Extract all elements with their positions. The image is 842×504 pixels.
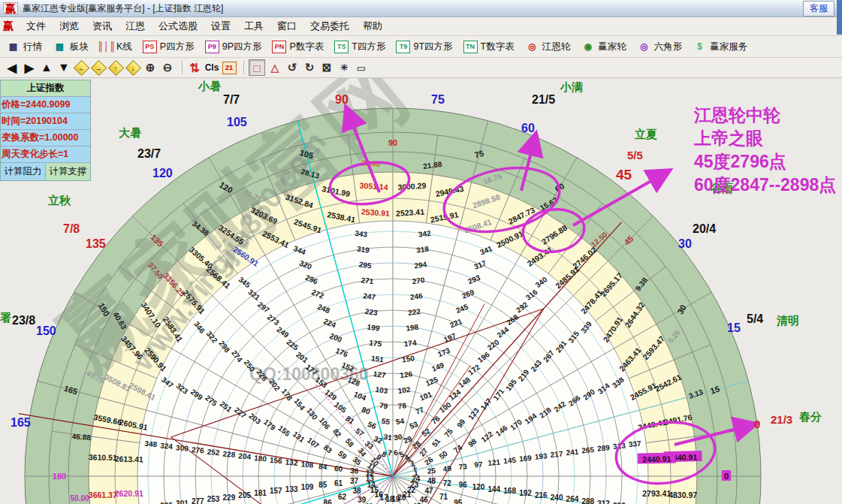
svg-text:253: 253 [207,495,220,503]
svg-text:31: 31 [383,433,393,442]
svg-text:3000.29: 3000.29 [397,181,427,192]
svg-text:71: 71 [439,493,448,501]
rect-tool-icon[interactable]: □ [249,59,265,76]
wheel-outer-label: 7/8 [63,222,80,236]
zoom-out-icon[interactable]: ⊖ [160,60,175,75]
menu-item-8[interactable]: 交易委托 [303,18,356,35]
arrow-down-icon[interactable]: ▼ [56,60,71,75]
menu-item-1[interactable]: 浏览 [53,18,86,35]
svg-text:108: 108 [300,460,314,469]
menu-item-2[interactable]: 资讯 [86,18,119,35]
menu-item-3[interactable]: 江恩 [119,18,152,35]
menu-item-4[interactable]: 公式选股 [152,18,204,35]
wheel-outer-label: 135 [86,237,106,251]
wheel-outer-label: 150 [36,324,56,338]
ps-badge: PS [143,41,157,53]
calendar-icon[interactable]: 21 [222,60,237,75]
arrow-left-icon[interactable]: ◀ [5,60,20,75]
svg-text:25: 25 [427,466,436,475]
svg-text:2613.41: 2613.41 [115,454,143,464]
svg-text:62: 62 [338,493,347,501]
toolbar-item-六角形[interactable]: ◎六角形 [634,39,686,55]
menu-item-6[interactable]: 工具 [237,18,270,35]
diamond-left-icon[interactable]: ← [74,60,89,75]
svg-text:198: 198 [406,323,419,333]
arrow-right-icon[interactable]: ▶ [22,60,37,75]
screen-icon[interactable]: ▭ [354,60,369,75]
diamond-up-icon[interactable]: ↑ [108,60,123,75]
toolbar-item-P四方形[interactable]: PSP四方形 [140,39,198,55]
toolbar-item-T数字表[interactable]: TNT数字表 [460,39,518,55]
svg-text:24: 24 [412,475,421,483]
support-button[interactable]: 客服 [803,1,834,17]
toolbar-item-P数字表[interactable]: PNP数字表 [269,39,327,55]
degree-ring-label: 0 [722,470,731,481]
svg-text:72: 72 [443,479,452,487]
svg-text:270: 270 [412,276,425,285]
svg-text:289: 289 [597,443,611,452]
wheel-outer-label: 21/5 [532,93,555,107]
svg-text:38: 38 [352,487,361,495]
diamond-right-icon: → [90,59,106,75]
hexagon-icon: ◎ [637,41,651,53]
svg-text:342: 342 [418,229,431,239]
svg-text:49: 49 [442,464,452,473]
value-ring-label: 50.00 [71,494,89,502]
crosshair-icon[interactable]: ✳ [336,60,352,75]
svg-text:252: 252 [207,448,220,457]
menu-item-9[interactable]: 帮助 [356,18,389,35]
cls-button[interactable]: Cls [204,60,219,75]
toolbar-item-9T四方形[interactable]: T99T四方形 [393,39,455,55]
toolbar-item-行情[interactable]: ▦行情 [3,39,45,55]
arrow-up-icon[interactable]: ▲ [39,60,54,75]
svg-text:181: 181 [254,489,267,497]
menu-logo-icon: 赢 [3,20,14,33]
toolbar-item-T四方形[interactable]: TST四方形 [331,39,388,55]
svg-text:300: 300 [176,443,189,452]
svg-text:180: 180 [254,454,267,463]
updown-icon[interactable]: ⇅ [187,60,202,75]
toolbar-item-K线[interactable]: ║│║K线 [96,39,135,55]
svg-text:318: 318 [416,245,430,255]
toolbar-item-label: 赢家服务 [710,41,747,53]
svg-text:102: 102 [397,385,411,395]
toolbar-item-赢家轮[interactable]: ◉赢家轮 [578,39,629,55]
wheel-outer-label: 署 [0,311,11,325]
gann-wheel-view: 赢家财富网www.yingjia360.comQQ:10080036001530… [0,78,842,504]
calc-support-button[interactable]: 计算支撑 [46,163,90,180]
annotation-line: 60度2847--2898点 [694,174,836,197]
svg-text:217: 217 [550,450,563,459]
toolbar-item-label: 六角形 [654,41,683,53]
rotate-ccw-icon[interactable]: ↺ [285,60,300,75]
diamond-down-icon[interactable]: ↓ [125,60,140,75]
winner-wheel-icon: ◉ [581,41,595,53]
wheel-outer-label: 20/4 [693,222,716,236]
svg-text:85: 85 [318,481,327,489]
svg-text:46.88: 46.88 [71,432,91,442]
toolbar-item-赢家服务[interactable]: $赢家服务 [690,39,750,55]
zoom-in-icon[interactable]: ⊕ [143,60,158,75]
wheel-outer-label: 5/4 [747,312,763,326]
svg-text:61: 61 [334,479,343,487]
wheel-outer-label: 立秋 [48,194,71,208]
menu-bar: 赢 文件浏览资讯江恩公式选股设置工具窗口交易委托帮助 [0,17,842,36]
calc-resistance-button[interactable]: 计算阻力 [1,163,46,180]
svg-text:324: 324 [160,442,174,451]
menu-item-7[interactable]: 窗口 [270,18,303,35]
svg-text:228: 228 [222,450,236,459]
toolbar-item-江恩轮[interactable]: ◎江恩轮 [522,39,574,55]
triangle-tool-icon[interactable]: △ [267,60,282,75]
svg-text:132: 132 [285,458,298,467]
toolbar-item-板块[interactable]: ▩板块 [50,39,92,55]
kline-icon: ║│║ [99,41,113,53]
menu-item-0[interactable]: 文件 [20,18,53,35]
diamond-right-icon[interactable]: → [91,60,106,75]
svg-text:348: 348 [144,439,158,448]
delete-box-icon[interactable]: ⊠ [319,60,334,75]
menu-item-5[interactable]: 设置 [204,18,237,35]
rotate-cw-icon[interactable]: ↻ [302,60,317,75]
annotation-line: 上帝之眼 [694,127,836,150]
toolbar-item-9P四方形[interactable]: P99P四方形 [202,39,265,55]
svg-text:319: 319 [356,245,370,255]
panel-row-2: 变换系数=1.00000 [1,130,90,146]
